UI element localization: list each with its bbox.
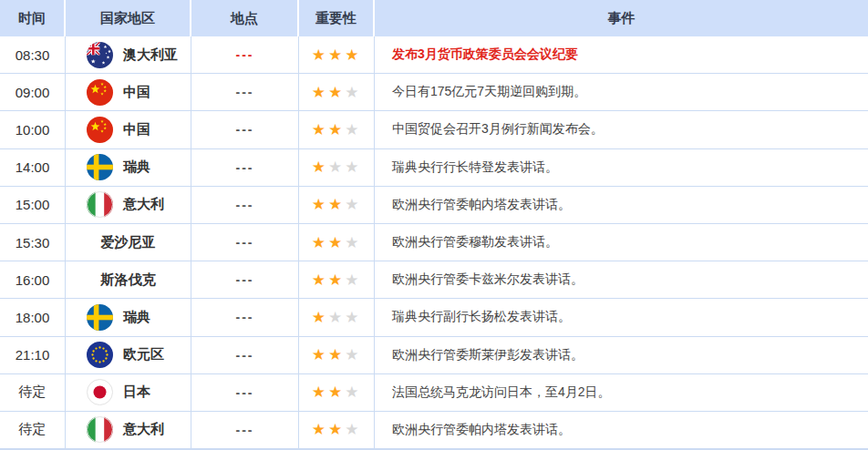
event-text: 瑞典央行副行长扬松发表讲话。 (392, 309, 571, 325)
event-text: 欧洲央行管委帕内塔发表讲话。 (392, 422, 571, 438)
star-empty-icon: ★ (345, 346, 361, 363)
location-placeholder: --- (236, 385, 254, 400)
flag-sweden-icon (87, 154, 113, 180)
table-header: 时间 国家地区 地点 重要性 事件 (0, 0, 868, 36)
importance-cell: ★★★ (299, 261, 375, 298)
event-time: 21:10 (0, 337, 66, 373)
flag-china-icon (87, 117, 113, 143)
event-time: 16:00 (0, 261, 66, 298)
star-filled-icon: ★ (345, 46, 361, 64)
star-filled-icon: ★ (312, 234, 328, 251)
country-cell: 中国 (66, 74, 191, 110)
event-text: 欧洲央行管委帕内塔发表讲话。 (392, 197, 571, 213)
location-placeholder: --- (236, 85, 254, 99)
event-cell: 中国贸促会召开3月例行新闻发布会。 (375, 111, 868, 148)
importance-stars: ★★★ (312, 85, 362, 100)
event-cell: 今日有175亿元7天期逆回购到期。 (375, 74, 868, 110)
star-filled-icon: ★ (312, 384, 328, 401)
location-cell: --- (191, 74, 299, 110)
table-row: 15:30爱沙尼亚---★★★欧洲央行管委穆勒发表讲话。 (0, 223, 868, 261)
star-empty-icon: ★ (328, 159, 345, 176)
event-cell: 瑞典央行副行长扬松发表讲话。 (375, 299, 868, 335)
location-placeholder: --- (236, 272, 254, 287)
flag-eu-icon (87, 342, 113, 368)
table-row: 08:30澳大利亚---★★★发布3月货币政策委员会会议纪要 (0, 36, 868, 73)
country-name: 意大利 (123, 421, 164, 438)
star-empty-icon: ★ (345, 196, 361, 213)
location-cell: --- (191, 111, 299, 148)
location-cell: --- (191, 224, 299, 261)
event-cell: 欧洲央行管委帕内塔发表讲话。 (375, 187, 868, 223)
event-cell: 欧洲央行管委斯莱伊彭发表讲话。 (375, 337, 868, 373)
country-cell: 瑞典 (66, 299, 191, 335)
importance-cell: ★★★ (299, 187, 375, 223)
event-cell: 欧洲央行管委穆勒发表讲话。 (375, 224, 868, 261)
time-label: 09:00 (16, 85, 50, 100)
event-cell: 瑞典央行行长特登发表讲话。 (375, 149, 868, 186)
importance-stars: ★★★ (312, 159, 362, 175)
column-header-event: 事件 (375, 0, 868, 36)
location-cell: --- (191, 337, 299, 373)
importance-stars: ★★★ (312, 122, 362, 138)
location-cell: --- (191, 374, 299, 411)
star-filled-icon: ★ (328, 46, 345, 64)
importance-cell: ★★★ (299, 337, 375, 373)
flag-italy-icon (87, 191, 113, 218)
table-row: 待定意大利---★★★欧洲央行管委帕内塔发表讲话。 (0, 411, 868, 448)
event-cell: 发布3月货币政策委员会会议纪要 (375, 36, 868, 73)
country-cell: 中国 (66, 111, 191, 148)
importance-stars: ★★★ (312, 347, 362, 363)
country-name: 斯洛伐克 (101, 271, 156, 289)
time-label: 08:30 (16, 47, 50, 63)
country-name: 日本 (123, 384, 150, 401)
table-row: 14:00瑞典---★★★瑞典央行行长特登发表讲话。 (0, 148, 868, 186)
location-placeholder: --- (236, 122, 254, 137)
star-filled-icon: ★ (328, 196, 345, 213)
importance-cell: ★★★ (299, 412, 375, 448)
event-time: 18:00 (0, 299, 66, 335)
table-body: 08:30澳大利亚---★★★发布3月货币政策委员会会议纪要09:00中国---… (0, 36, 868, 448)
country-cell: 意大利 (66, 412, 191, 448)
country-cell: 瑞典 (66, 149, 191, 186)
star-filled-icon: ★ (328, 234, 345, 251)
event-time: 15:00 (0, 187, 66, 223)
event-cell: 法国总统马克龙访问日本，至4月2日。 (375, 374, 868, 411)
location-cell: --- (191, 149, 299, 186)
table-row: 21:10欧元区---★★★欧洲央行管委斯莱伊彭发表讲话。 (0, 336, 868, 373)
table-row: 10:00中国---★★★中国贸促会召开3月例行新闻发布会。 (0, 110, 868, 148)
star-empty-icon: ★ (345, 234, 361, 251)
event-text: 瑞典央行行长特登发表讲话。 (392, 159, 558, 176)
country-name: 瑞典 (123, 309, 150, 326)
column-header-importance: 重要性 (299, 0, 375, 36)
event-cell: 欧洲央行管委卡兹米尔发表讲话。 (375, 261, 868, 298)
event-time: 08:30 (0, 36, 66, 73)
time-label: 15:30 (16, 235, 50, 251)
location-placeholder: --- (236, 235, 254, 250)
star-filled-icon: ★ (312, 196, 328, 213)
star-filled-icon: ★ (328, 84, 345, 101)
star-empty-icon: ★ (345, 121, 361, 138)
importance-cell: ★★★ (299, 111, 375, 148)
table-row: 18:00瑞典---★★★瑞典央行副行长扬松发表讲话。 (0, 298, 868, 335)
event-time: 09:00 (0, 74, 66, 110)
importance-cell: ★★★ (299, 74, 375, 110)
country-cell: 爱沙尼亚 (66, 224, 191, 261)
country-name: 中国 (123, 121, 150, 138)
flag-australia-icon (87, 42, 113, 68)
time-label: 14:00 (16, 159, 50, 175)
flag-china-icon (87, 79, 113, 106)
event-text: 法国总统马克龙访问日本，至4月2日。 (392, 384, 611, 401)
star-empty-icon: ★ (328, 309, 345, 326)
importance-cell: ★★★ (299, 36, 375, 73)
event-time: 14:00 (0, 149, 66, 186)
time-label: 待定 (19, 421, 46, 438)
country-cell: 日本 (66, 374, 191, 411)
country-name: 欧元区 (123, 346, 164, 363)
event-text: 欧洲央行管委穆勒发表讲话。 (392, 234, 558, 251)
location-placeholder: --- (236, 423, 254, 437)
table-row: 待定日本---★★★法国总统马克龙访问日本，至4月2日。 (0, 373, 868, 411)
star-filled-icon: ★ (312, 121, 328, 138)
event-time: 待定 (0, 374, 66, 411)
importance-stars: ★★★ (312, 47, 362, 63)
flag-sweden-icon (87, 304, 113, 331)
